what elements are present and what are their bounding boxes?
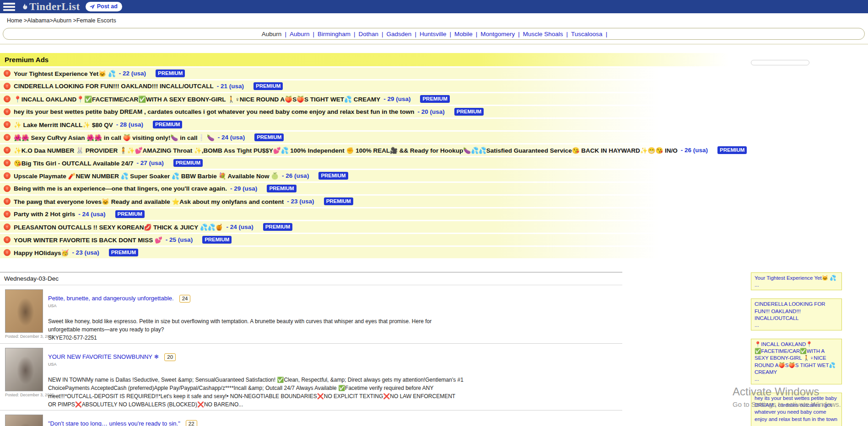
listing-country: USA [48, 304, 464, 308]
up-arrow-icon[interactable]: ↑ [4, 224, 11, 230]
premium-badge[interactable]: PREMIUM [253, 82, 283, 90]
up-arrow-icon[interactable]: ↑ [4, 236, 11, 243]
premium-badge[interactable]: PREMIUM [202, 236, 232, 244]
premium-badge[interactable]: PREMIUM [324, 197, 353, 205]
premium-ad-title[interactable]: Upscale Playmate 🧨NEW NUMBER 💦 Super Soa… [14, 172, 279, 180]
up-arrow-icon[interactable]: ↑ [4, 160, 11, 166]
breadcrumb-link-alabama[interactable]: Alabama [27, 17, 49, 24]
premium-badge[interactable]: PREMIUM [254, 133, 284, 141]
listing-title-row: YOUR NEW FAVORITE SNOWBUNNY ❄20 [48, 352, 464, 361]
posted-date: Posted: December 3, 2025 [5, 334, 48, 339]
city-link-tuscaloosa[interactable]: Tuscaloosa [571, 31, 603, 37]
listing-title-link[interactable]: "Don't stare too long… unless you're rea… [48, 420, 180, 426]
premium-badge[interactable]: PREMIUM [717, 146, 747, 154]
menu-icon[interactable] [3, 3, 15, 11]
premium-badge[interactable]: PREMIUM [267, 185, 296, 192]
site-logo-text: TinderList [29, 1, 80, 12]
up-arrow-icon[interactable]: ↑ [4, 134, 11, 141]
premium-badge[interactable]: PREMIUM [263, 223, 292, 231]
up-arrow-icon[interactable]: ↑ [4, 83, 11, 90]
premium-badge[interactable]: PREMIUM [420, 95, 449, 103]
premium-ad-row: ↑✨ Lake Merritt INCALL✨ $80 QV- 28 (usa)… [0, 119, 868, 130]
up-arrow-icon[interactable]: ↑ [4, 108, 11, 115]
city-separator: | [518, 31, 520, 37]
sidebar-ad-ellipsis: ... [755, 322, 838, 329]
sidebar-ad-box[interactable]: 📍INCALL OAKLAND📍 ✅FACETIME/CAR✅WITH A SE… [751, 339, 842, 384]
city-link-huntsville[interactable]: Huntsville [420, 31, 447, 37]
premium-badge[interactable]: PREMIUM [156, 69, 185, 77]
premium-ad-title[interactable]: Being with me is an experience—one that … [14, 185, 227, 192]
premium-ad-title[interactable]: hey its your best wettes petite baby DRE… [14, 108, 414, 115]
premium-ad-age: - 24 (usa) [218, 134, 245, 141]
empty-input-box[interactable] [751, 60, 809, 65]
paper-plane-icon [89, 4, 95, 10]
listing-title-link[interactable]: YOUR NEW FAVORITE SNOWBUNNY ❄ [48, 353, 159, 360]
post-ad-button[interactable]: Post ad [86, 2, 122, 11]
premium-ad-title[interactable]: YOUR WINTER FAVORITE IS BACK DONT MISS 💕 [14, 236, 162, 244]
premium-badge[interactable]: PREMIUM [173, 159, 203, 167]
premium-ad-row: ↑✨K.O Daa NUMBER 🐰 PROVIDER 🧍✨💕AMAZING T… [0, 144, 868, 156]
listing-thumb-column: Posted: December 3, 2025 [0, 415, 48, 426]
premium-ad-title[interactable]: The pawg that everyone loves🐱 Ready and … [14, 198, 284, 205]
premium-badge[interactable]: PREMIUM [109, 249, 138, 256]
up-arrow-icon[interactable]: ↑ [4, 121, 11, 128]
premium-ad-row: ↑😘Big Tits Girl - OUTCALL Available 24/7… [0, 157, 868, 169]
city-link-birmingham[interactable]: Birmingham [318, 31, 350, 37]
city-link-gadsden[interactable]: Gadsden [387, 31, 412, 37]
listing-description: Sweet like honey, bold like espresso. Pe… [48, 317, 464, 342]
posted-date: Posted: December 3, 2025 [5, 393, 48, 397]
city-link-mobile[interactable]: Mobile [454, 31, 473, 37]
premium-ad-title[interactable]: Happy HOlidays🥳 [14, 249, 69, 256]
listings-feed: Wednesday-03-Dec Posted: December 3, 202… [0, 272, 868, 426]
listing-thumbnail[interactable] [5, 289, 43, 333]
premium-ad-title[interactable]: ✨ Lake Merritt INCALL✨ $80 QV [14, 121, 113, 128]
premium-ad-title[interactable]: 🌺🌺 Sexy CuRvy Asian 🌺🌺 in call 🍑 visitin… [14, 134, 215, 141]
up-arrow-icon[interactable]: ↑ [4, 172, 11, 179]
premium-ad-row: ↑Happy HOlidays🥳- 23 (usa)PREMIUM [0, 247, 868, 258]
up-arrow-icon[interactable]: ↑ [4, 96, 11, 102]
flame-icon [21, 2, 28, 11]
premium-ad-age: - 22 (usa) [119, 70, 146, 77]
city-link-auburn[interactable]: Auburn [290, 31, 310, 37]
city-link-auburn[interactable]: Auburn [262, 31, 282, 37]
city-link-montgomery[interactable]: Montgomery [480, 31, 515, 37]
up-arrow-icon[interactable]: ↑ [4, 147, 11, 154]
breadcrumb-link-auburn[interactable]: Auburn [53, 17, 71, 24]
premium-badge[interactable]: PREMIUM [454, 108, 484, 116]
premium-ads-section: Premium Ads ↑Your Tightest Experience Ye… [0, 53, 868, 258]
premium-ad-age: - 29 (usa) [383, 96, 410, 102]
up-arrow-icon[interactable]: ↑ [4, 185, 11, 192]
premium-ad-row: ↑hey its your best wettes petite baby DR… [0, 106, 868, 117]
breadcrumb-link-female-escorts[interactable]: Female Escorts [76, 17, 116, 24]
city-link-muscle-shoals[interactable]: Muscle Shoals [523, 31, 563, 37]
sidebar-ad-box[interactable]: hey its your best wettes petite baby DRE… [751, 393, 842, 426]
premium-ad-title[interactable]: 📍INCALL OAKLAND📍✅FACETIME/CAR✅WITH A SEX… [14, 96, 380, 103]
premium-ad-title[interactable]: Your Tightest Experience Yet🐱 💦 [14, 70, 116, 77]
up-arrow-icon[interactable]: ↑ [4, 70, 11, 77]
city-link-dothan[interactable]: Dothan [359, 31, 379, 37]
premium-badge[interactable]: PREMIUM [153, 121, 182, 128]
premium-ad-title[interactable]: CINDERELLA LOOKING FOR FUN!!! OAKLAND!!!… [14, 83, 214, 90]
up-arrow-icon[interactable]: ↑ [4, 249, 11, 256]
listing-row: Posted: December 3, 2025Petite, brunette… [0, 285, 622, 344]
premium-ad-title[interactable]: PLEASANTON OUTCALLS !! SEXY KOREAN💋 THIC… [14, 224, 223, 231]
premium-ad-title[interactable]: ✨K.O Daa NUMBER 🐰 PROVIDER 🧍✨💕AMAZING Th… [14, 147, 678, 154]
up-arrow-icon[interactable]: ↑ [4, 211, 11, 218]
premium-badge[interactable]: PREMIUM [115, 210, 145, 218]
listing-thumbnail[interactable] [5, 415, 43, 426]
site-logo[interactable]: TinderList [21, 1, 80, 12]
listing-thumbnail[interactable] [5, 348, 43, 391]
sidebar-ad-box[interactable]: CINDERELLA LOOKING FOR FUN!!! OAKLAND!!!… [751, 298, 842, 330]
date-header: Wednesday-03-Dec [0, 272, 622, 285]
city-separator: | [449, 31, 451, 37]
breadcrumb-link-home[interactable]: Home [7, 17, 22, 24]
listing-body: YOUR NEW FAVORITE SNOWBUNNY ❄20USANEW IN… [48, 348, 464, 409]
sidebar-ad-ellipsis: ... [755, 282, 838, 288]
sidebar-ad-box[interactable]: Your Tightest Experience Yet🐱 💦... [751, 272, 842, 290]
premium-ad-title[interactable]: 😘Big Tits Girl - OUTCALL Available 24/7 [14, 160, 133, 167]
premium-badge[interactable]: PREMIUM [318, 172, 348, 180]
premium-ad-title[interactable]: Party with 2 Hot girls [14, 211, 75, 218]
premium-ad-age: - 26 (usa) [681, 147, 708, 154]
listing-title-link[interactable]: Petite, brunette, and dangerously unforg… [48, 295, 174, 302]
up-arrow-icon[interactable]: ↑ [4, 198, 11, 205]
